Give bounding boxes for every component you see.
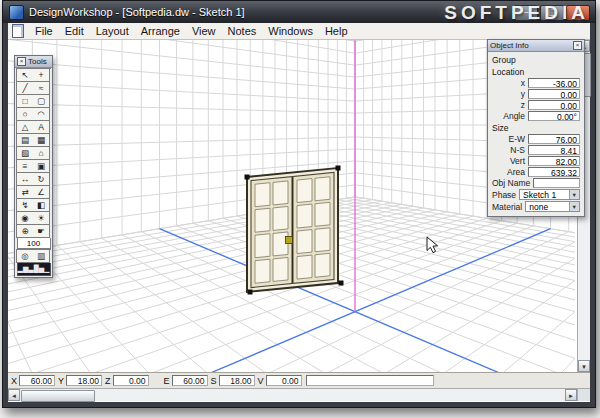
s-coord-field[interactable]: 18.00	[219, 375, 255, 386]
ew-label: E-W	[508, 134, 525, 144]
e-coord-label: E	[164, 376, 170, 386]
tools-palette-titlebar[interactable]: × Tools	[15, 56, 52, 68]
eye-view-tool[interactable]: ◎	[17, 250, 34, 263]
marquee-tool[interactable]: +	[33, 69, 50, 82]
freehand-tool[interactable]: ≈	[33, 82, 50, 95]
slab-tool[interactable]: ▦	[33, 134, 50, 147]
angle-tool[interactable]: ∠	[33, 186, 50, 199]
phase-dropdown-icon[interactable]: ▼	[569, 190, 579, 199]
tools-bottom-grid: ◎▥	[16, 249, 51, 263]
workspace: ▲ ▼ X60.00Y18.00Z0.00E60.00S18.00V0.00 ◄…	[8, 40, 590, 402]
scroll-left-icon[interactable]: ◄	[8, 389, 20, 401]
material-row: Material none ▼	[492, 201, 580, 212]
title-bar[interactable]: DesignWorkshop - [Softpedia.dw - Sketch …	[3, 1, 595, 23]
selection-handle[interactable]	[245, 175, 250, 180]
select-tool[interactable]: ↖	[17, 69, 34, 82]
tools-close-icon[interactable]: ×	[17, 57, 26, 66]
horizontal-scrollbar[interactable]: ◄ ►	[8, 388, 577, 401]
minimize-button[interactable]: –	[514, 5, 538, 21]
scroll-down-icon[interactable]: ▼	[578, 360, 590, 372]
group-label[interactable]: Group	[492, 55, 580, 65]
scroll-right-icon[interactable]: ►	[565, 389, 577, 401]
roof-tool[interactable]: ⌂	[33, 147, 50, 160]
paint-tool[interactable]: ◧	[33, 199, 50, 212]
opening-tool[interactable]: ▣	[33, 160, 50, 173]
block-tool[interactable]: ▧	[17, 147, 34, 160]
y-label: y	[521, 89, 525, 99]
angle-label: Angle	[503, 111, 525, 121]
app-icon	[9, 5, 24, 20]
camera-tool[interactable]: ◉	[17, 212, 34, 225]
mirror-tool[interactable]: ⇄	[17, 186, 34, 199]
obj-name-field[interactable]	[533, 178, 580, 188]
object-info-titlebar[interactable]: Object Info ×	[488, 40, 584, 52]
e-coord-field[interactable]: 60.00	[172, 375, 208, 386]
z-field[interactable]: 0.00	[528, 100, 580, 110]
vert-row: Vert82.00	[492, 156, 580, 166]
origin-handle[interactable]	[286, 237, 293, 244]
menu-item-layout[interactable]: Layout	[90, 24, 135, 38]
horizontal-scroll-thumb[interactable]	[21, 390, 95, 402]
material-label: Material	[492, 202, 522, 212]
s-coord-group: S18.00	[211, 375, 255, 386]
polygon-tool[interactable]: △	[17, 121, 34, 134]
object-info-body: Group Location x-36.00y0.00z0.00Angle0.0…	[488, 52, 584, 216]
menu-item-view[interactable]: View	[186, 24, 222, 38]
rotate-tool[interactable]: ↻	[33, 173, 50, 186]
menu-item-help[interactable]: Help	[319, 24, 354, 38]
angle-field[interactable]: 0.00°	[528, 111, 580, 121]
selection-handle[interactable]	[248, 290, 253, 295]
menu-item-arrange[interactable]: Arrange	[135, 24, 186, 38]
material-dropdown-icon[interactable]: ▼	[569, 202, 579, 211]
phase-dropdown[interactable]: Sketch 1 ▼	[519, 189, 580, 200]
ns-field[interactable]: 8.41	[528, 145, 580, 155]
x-coord-field[interactable]: 60.00	[19, 375, 55, 386]
zoom-level[interactable]: 100	[17, 238, 51, 249]
z-coord-field[interactable]: 0.00	[113, 375, 149, 386]
rounded-rect-tool[interactable]: ▢	[33, 95, 50, 108]
close-button[interactable]: ×	[566, 5, 590, 21]
menu-item-edit[interactable]: Edit	[59, 24, 90, 38]
menu-item-notes[interactable]: Notes	[222, 24, 263, 38]
status-extra-field[interactable]	[306, 375, 434, 386]
material-dropdown[interactable]: none ▼	[525, 201, 580, 212]
document-icon[interactable]	[12, 24, 24, 38]
ew-field[interactable]: 76.00	[528, 134, 580, 144]
vert-field[interactable]: 82.00	[528, 156, 580, 166]
maximize-button[interactable]: ▢	[540, 5, 564, 21]
x-coord-label: X	[11, 376, 17, 386]
zoom-tool[interactable]: ⊕	[17, 225, 34, 238]
x-coord-group: X60.00	[11, 375, 55, 386]
menu-item-file[interactable]: File	[29, 24, 59, 38]
object-info-close-icon[interactable]: ×	[573, 41, 582, 50]
stairs-tool[interactable]: ≡	[17, 160, 34, 173]
arc-tool[interactable]: ◠	[33, 108, 50, 121]
x-field[interactable]: -36.00	[528, 78, 580, 88]
window-object[interactable]	[247, 168, 338, 292]
z-row: z0.00	[492, 100, 580, 110]
obj-name-row: Obj Name	[492, 178, 580, 188]
y-field[interactable]: 0.00	[528, 89, 580, 99]
menu-bar: FileEditLayoutArrangeViewNotesWindowsHel…	[8, 23, 590, 40]
scrollbar-corner	[577, 388, 590, 401]
walkthrough-tool[interactable]: ☛	[33, 225, 50, 238]
plan-view-tool[interactable]: ▥	[33, 250, 50, 263]
selection-handle[interactable]	[336, 166, 341, 171]
oval-tool[interactable]: ○	[17, 108, 34, 121]
sunlight-tool[interactable]: ☀	[33, 212, 50, 225]
skyline-view-button[interactable]: ▂▆▃█▅▁	[17, 263, 51, 276]
menu-item-windows[interactable]: Windows	[262, 24, 319, 38]
rectangle-tool[interactable]: □	[17, 95, 34, 108]
selection-handle[interactable]	[339, 281, 344, 286]
measure-tool[interactable]: ↔	[17, 173, 34, 186]
angle-row: Angle0.00°	[492, 111, 580, 121]
eyedropper-tool[interactable]: ↯	[17, 199, 34, 212]
line-tool[interactable]: ╱	[17, 82, 34, 95]
y-coord-field[interactable]: 18.00	[66, 375, 102, 386]
y-coord-group: Y18.00	[58, 375, 102, 386]
area-field[interactable]: 639.32	[528, 167, 580, 177]
wall-tool[interactable]: ▤	[17, 134, 34, 147]
v-coord-group: V0.00	[258, 375, 302, 386]
v-coord-field[interactable]: 0.00	[266, 375, 302, 386]
text-tool[interactable]: A	[33, 121, 50, 134]
